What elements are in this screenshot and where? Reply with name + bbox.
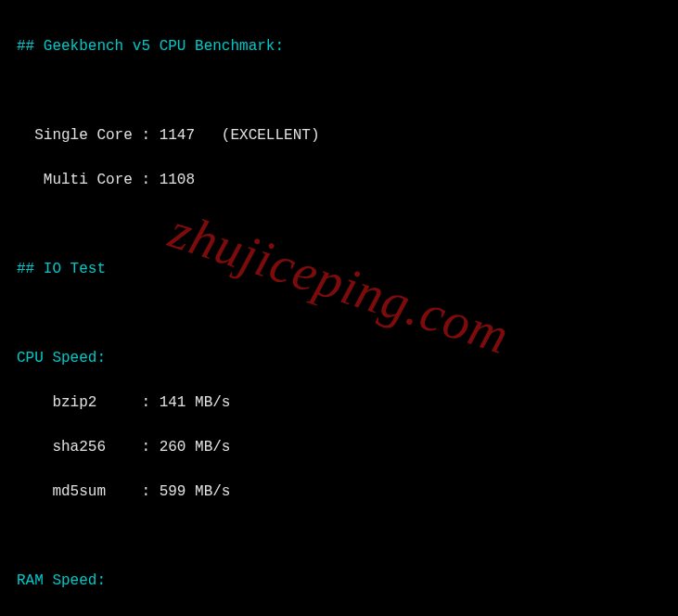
cpu-test-value: 141 MB/s	[160, 394, 231, 411]
multi-core-label: Multi Core	[44, 172, 133, 188]
geekbench-single: Single Core : 1147 (EXCELLENT)	[17, 124, 661, 147]
cpu-test-name: md5sum	[52, 483, 106, 500]
ram-speed-header: RAM Speed:	[17, 570, 661, 592]
single-core-label: Single Core	[34, 127, 133, 144]
blank-line	[17, 80, 661, 102]
cpu-test-name: sha256	[52, 439, 106, 456]
single-core-value: 1147	[160, 127, 195, 144]
blank-line	[17, 525, 661, 547]
single-core-note: (EXCELLENT)	[222, 127, 320, 144]
blank-line	[17, 302, 661, 325]
geekbench-header: ## Geekbench v5 CPU Benchmark:	[17, 35, 661, 58]
io-test-header: ## IO Test	[17, 258, 661, 280]
cpu-speed-header: CPU Speed:	[17, 347, 661, 369]
cpu-test-value: 599 MB/s	[160, 483, 231, 500]
terminal-output: ## Geekbench v5 CPU Benchmark: Single Co…	[0, 0, 678, 616]
geekbench-multi: Multi Core : 1108	[17, 169, 661, 191]
cpu-speed-row: md5sum : 599 MB/s	[17, 481, 661, 503]
cpu-test-value: 260 MB/s	[160, 439, 231, 456]
cpu-test-name: bzip2	[52, 394, 96, 411]
multi-core-value: 1108	[160, 172, 195, 188]
blank-line	[17, 213, 661, 236]
cpu-speed-row: sha256 : 260 MB/s	[17, 436, 661, 458]
cpu-speed-row: bzip2 : 141 MB/s	[17, 391, 661, 414]
